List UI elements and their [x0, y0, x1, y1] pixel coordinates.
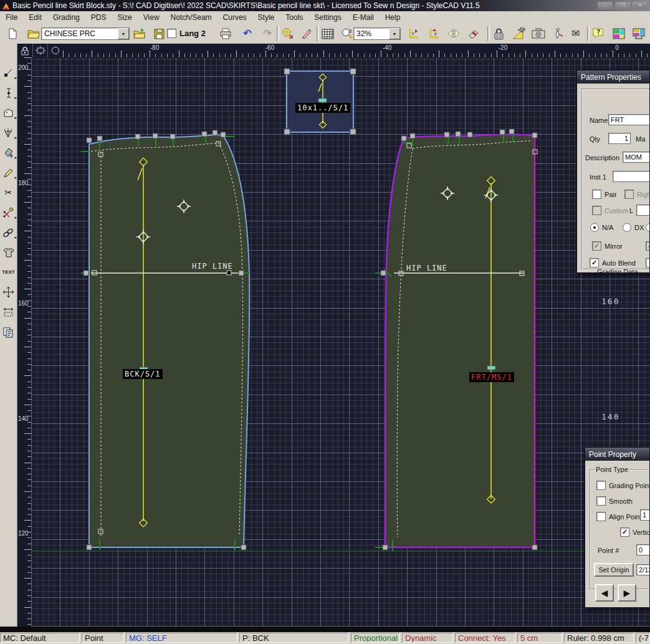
pattern-piece-frt[interactable]: [375, 129, 537, 551]
menu-curves[interactable]: Curves: [217, 12, 252, 23]
next-point-button[interactable]: ▶: [618, 584, 636, 602]
point-property-titlebar[interactable]: Point Property: [585, 448, 649, 461]
plotter-pen-button[interactable]: [551, 26, 566, 41]
cut-point-tool[interactable]: ▸: [1, 204, 16, 220]
flip-x-button[interactable]: x: [406, 26, 421, 41]
right-side-checkbox[interactable]: ✓: [624, 190, 634, 199]
description-field[interactable]: [623, 151, 650, 163]
dx-radio[interactable]: [623, 223, 631, 232]
menu-style[interactable]: Style: [252, 12, 280, 23]
window-layout-button[interactable]: [611, 26, 626, 41]
snapshot-button[interactable]: [531, 26, 546, 41]
frt-piece-label[interactable]: FRT/MS/1: [469, 372, 514, 382]
menu-size[interactable]: Size: [112, 12, 137, 23]
piece-tool[interactable]: ▸: [1, 105, 16, 120]
mirror-checkbox2[interactable]: ✓: [646, 241, 650, 251]
auto-blend-checkbox[interactable]: ✓: [590, 258, 599, 267]
scissors-tool[interactable]: ✂: [1, 185, 16, 200]
drawing-canvas[interactable]: 10x1../S/1 BCK/S/1 FRT/MS/1 HIP LINE HIP…: [31, 57, 650, 627]
menu-edit[interactable]: Edit: [23, 12, 47, 23]
prev-point-button[interactable]: ◀: [595, 584, 614, 602]
zoom-level-select[interactable]: 32% ▼: [353, 27, 401, 40]
zoom-tool-button[interactable]: ±: [340, 26, 355, 41]
point-tool[interactable]: ▸: [1, 65, 16, 80]
custom-checkbox[interactable]: ✓: [592, 206, 601, 215]
flyout-arrow-icon[interactable]: ▸: [14, 215, 17, 219]
line-tool[interactable]: ▸: [1, 85, 16, 100]
flyout-arrow-icon[interactable]: ▸: [14, 75, 17, 80]
qty-field[interactable]: [608, 133, 631, 144]
link-tool[interactable]: ▸: [1, 224, 16, 240]
email-button[interactable]: ✉: [568, 26, 583, 41]
menu-view[interactable]: View: [138, 12, 165, 23]
pair-checkbox[interactable]: ✓: [592, 190, 601, 199]
pattern-piece-bck[interactable]: [81, 130, 251, 550]
menu-email[interactable]: E-Mail: [347, 12, 380, 23]
align-point-checkbox[interactable]: ✓: [596, 512, 606, 521]
inst1-field[interactable]: [613, 171, 650, 182]
eraser-button[interactable]: [466, 26, 481, 41]
auto-blend-checkbox2[interactable]: ✓: [646, 258, 650, 267]
lang2-checkbox[interactable]: ✓: [167, 29, 176, 38]
redo-button[interactable]: ↷: [260, 26, 275, 41]
menu-help[interactable]: Help: [380, 12, 406, 23]
status-proportional[interactable]: Proportional: [351, 633, 400, 643]
setsquare-tool-button[interactable]: [511, 26, 526, 41]
bck-piece-label[interactable]: BCK/S/1: [123, 369, 163, 379]
status-dynamic[interactable]: Dynamic: [402, 633, 453, 643]
minimize-button[interactable]: —: [598, 2, 613, 9]
flyout-arrow-icon[interactable]: ▸: [14, 175, 17, 180]
flyout-arrow-icon[interactable]: ▸: [14, 95, 17, 100]
garment-tool[interactable]: [1, 244, 16, 260]
screen-layout-button[interactable]: [631, 26, 646, 41]
move-tool[interactable]: [1, 284, 16, 300]
origin-field[interactable]: [636, 564, 650, 575]
status-connect[interactable]: Connect: Yes: [455, 633, 515, 643]
help-button[interactable]: ?: [591, 26, 606, 41]
pattern-piece-small[interactable]: [284, 69, 356, 135]
set-origin-button[interactable]: Set Origin: [594, 563, 634, 577]
maximize-button[interactable]: ❐: [615, 2, 630, 9]
import-style-button[interactable]: [132, 26, 147, 41]
point-num-field[interactable]: [636, 544, 650, 555]
smooth-checkbox[interactable]: ✓: [596, 496, 606, 506]
flip-y-button[interactable]: y: [427, 26, 442, 41]
measure-tool[interactable]: [1, 304, 16, 320]
open-file-button[interactable]: [26, 26, 41, 41]
mirror-checkbox[interactable]: ✓: [592, 241, 601, 251]
undo-button[interactable]: ↶: [240, 26, 255, 41]
lock-button[interactable]: [491, 26, 506, 41]
fit-view-button[interactable]: [33, 44, 49, 57]
awl-tool-button[interactable]: [299, 26, 314, 41]
menu-file[interactable]: File: [0, 12, 23, 23]
trace-tool[interactable]: ▸: [1, 145, 16, 160]
close-button[interactable]: ✕: [633, 2, 648, 9]
flyout-arrow-icon[interactable]: ▸: [14, 135, 17, 140]
l-field[interactable]: [636, 204, 650, 216]
menu-grading[interactable]: Grading: [47, 12, 85, 23]
menu-pds[interactable]: PDS: [85, 12, 112, 23]
menu-tools[interactable]: Tools: [280, 12, 308, 23]
flyout-arrow-icon[interactable]: ▸: [14, 235, 17, 239]
origin-circle-button[interactable]: [48, 44, 63, 57]
grid-table-button[interactable]: [320, 26, 335, 41]
mirror-button[interactable]: [446, 26, 461, 41]
align-point-field[interactable]: [640, 509, 650, 521]
tape-measure-button[interactable]: [280, 26, 295, 41]
dart-fan-tool[interactable]: ▸: [1, 125, 16, 140]
new-document-button[interactable]: [5, 26, 20, 41]
name-field[interactable]: [608, 114, 650, 125]
status-grid-size[interactable]: 5 cm: [517, 633, 562, 643]
text-tool[interactable]: TEXT: [1, 264, 16, 280]
menu-notch-seam[interactable]: Notch/Seam: [165, 12, 217, 23]
chevron-down-icon[interactable]: ▼: [389, 28, 400, 39]
language-select[interactable]: CHINESE PRC ▼: [41, 27, 130, 40]
clipped-radio[interactable]: [646, 223, 650, 232]
clipped-tool-button[interactable]: ✂: [647, 26, 650, 41]
na-radio[interactable]: [590, 223, 599, 232]
pattern-properties-titlebar[interactable]: Pattern Properties: [577, 70, 649, 84]
flyout-arrow-icon[interactable]: ▸: [14, 115, 17, 120]
save-button[interactable]: [151, 26, 166, 41]
copy-tool[interactable]: [1, 324, 16, 340]
flyout-arrow-icon[interactable]: ▸: [14, 155, 17, 160]
